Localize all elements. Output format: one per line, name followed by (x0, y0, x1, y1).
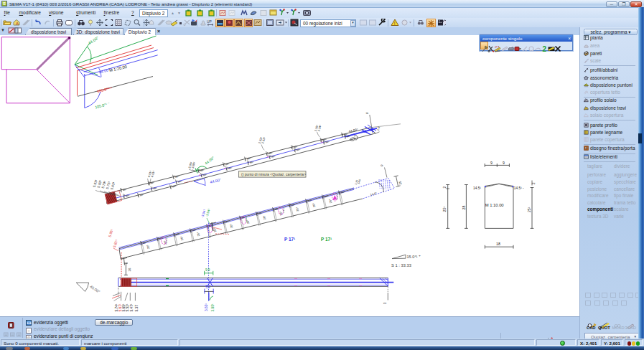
svg-text:0: 0 (383, 302, 387, 304)
svg-text:2: 2 (542, 45, 546, 52)
svg-text:18: 18 (496, 242, 500, 246)
svg-text:45.00°: 45.00° (89, 284, 101, 294)
svg-text:P 17¹: P 17¹ (321, 237, 332, 242)
svg-text:-3.94¹: -3.94¹ (205, 208, 211, 217)
svg-text:5;9: 5;9 (205, 285, 210, 289)
svg-text:() punto di misura <Quotaz. ca: () punto di misura <Quotaz. carpenteria> (241, 172, 306, 176)
svg-text:26¹: 26¹ (262, 215, 266, 220)
svg-text:!: ! (394, 21, 396, 26)
svg-text:26: 26 (128, 268, 131, 271)
svg-text:25¹: 25¹ (527, 207, 531, 212)
svg-text:14.5: 14.5 (358, 179, 362, 184)
svg-text:26¹: 26¹ (328, 198, 332, 203)
svg-text:0: 0 (365, 112, 370, 115)
svg-text:44.00°: 44.00° (210, 177, 222, 184)
svg-text:9;9: 9;9 (205, 268, 210, 272)
svg-text:UP: UP (207, 19, 213, 24)
svg-text:5.47¹: 5.47¹ (130, 303, 134, 311)
svg-text:15.0°¹ ⁺: 15.0°¹ ⁺ (407, 255, 421, 259)
svg-text:25¹: 25¹ (442, 207, 447, 212)
svg-text:5.52¹: 5.52¹ (126, 303, 129, 311)
svg-text:M 1:10.00: M 1:10.00 (485, 203, 504, 207)
svg-text:P 17¹: P 17¹ (284, 237, 295, 242)
svg-text:28: 28 (462, 206, 466, 210)
svg-text:26¹: 26¹ (229, 223, 233, 228)
svg-text:0: 0 (380, 164, 384, 167)
svg-text:44.00°: 44.00° (348, 128, 358, 133)
svg-text:5.95¹: 5.95¹ (107, 228, 113, 237)
svg-text:26¹: 26¹ (179, 235, 184, 240)
svg-text:9: 9 (490, 161, 493, 165)
svg-text:25: 25 (398, 180, 402, 184)
svg-text:2: 2 (443, 186, 447, 189)
svg-text:105.0°¹ ⁻: 105.0°¹ ⁻ (95, 101, 111, 109)
svg-text:5.87¹: 5.87¹ (112, 239, 118, 248)
svg-text:44.00°: 44.00° (204, 156, 215, 166)
svg-text:26¹: 26¹ (146, 244, 150, 249)
svg-text:3.80¹: 3.80¹ (211, 303, 215, 311)
svg-text:S 1 : 33.33: S 1 : 33.33 (391, 263, 411, 268)
svg-text:5.37: 5.37 (135, 305, 139, 312)
svg-text:26¹: 26¹ (312, 202, 316, 207)
svg-text:14.5¹ -: 14.5¹ - (514, 186, 524, 190)
svg-text:14.5°: 14.5° (370, 191, 378, 197)
svg-text:44.00°: 44.00° (88, 35, 100, 45)
svg-text:3.80¹: 3.80¹ (205, 303, 208, 311)
svg-text:M 1:20.00: M 1:20.00 (109, 65, 128, 72)
svg-text:26¹: 26¹ (295, 207, 299, 212)
svg-text:2: 2 (532, 182, 536, 184)
svg-text:14.5¹: 14.5¹ (473, 186, 481, 190)
svg-text:A: A (16, 22, 19, 26)
svg-text:9: 9 (503, 161, 505, 165)
svg-text:26¹: 26¹ (196, 232, 200, 237)
